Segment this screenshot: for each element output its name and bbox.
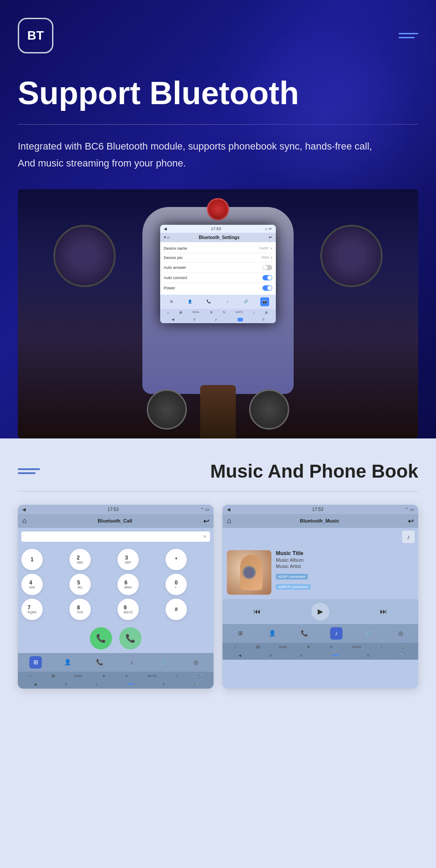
bluetooth-music-card: ◀ 17:53 ⌃ ▭ ⌂ Bluetooth_Music ↩ ♪ Music … bbox=[222, 505, 418, 689]
call-footer-grid[interactable]: ⊞ bbox=[29, 656, 42, 669]
section-menu-icon bbox=[18, 468, 40, 474]
hero-title: Support Bluetooth bbox=[18, 76, 418, 111]
music-screen-title: Bluetooth_Music bbox=[300, 518, 339, 523]
auto-connect-toggle[interactable] bbox=[262, 275, 272, 280]
footer-grid-icon[interactable]: ⊞ bbox=[167, 297, 176, 306]
header: BT bbox=[18, 18, 418, 53]
a2dp-badge: A2DP connected bbox=[276, 574, 308, 580]
dial-4[interactable]: 4GHI bbox=[21, 574, 43, 595]
music-title: Music Title bbox=[276, 550, 414, 556]
dial-star[interactable]: * bbox=[166, 549, 187, 570]
footer-camera-icon[interactable]: 📷 bbox=[260, 297, 269, 306]
music-nav: ⌂ Bluetooth_Music ↩ bbox=[222, 514, 418, 528]
album-art bbox=[227, 550, 271, 595]
hamburger-menu[interactable] bbox=[399, 33, 418, 38]
dial-8[interactable]: 8TUV bbox=[69, 599, 91, 620]
music-prev[interactable]: ⏮ bbox=[249, 604, 265, 620]
call-statusbar: ◀ 17:53 ⌃ ▭ bbox=[18, 505, 214, 514]
music-back-arrow[interactable]: ◀ bbox=[227, 507, 230, 512]
dial-9[interactable]: 9WXYZ bbox=[117, 599, 139, 620]
music-status-icons: ⌃ ▭ bbox=[405, 507, 414, 512]
recall-button[interactable]: 📞 bbox=[119, 627, 141, 649]
call-footer-person[interactable]: 👤 bbox=[61, 656, 74, 669]
music-home-icon[interactable]: ⌂ bbox=[227, 517, 231, 525]
music-footer-music[interactable]: ♪ bbox=[330, 627, 343, 640]
section-title: Music And Phone Book bbox=[210, 461, 418, 482]
phones-row: ◀ 17:53 ⌃ ▭ ⌂ Bluetooth_Call ↩ ✕ 1 2ABC … bbox=[18, 505, 418, 689]
footer-music-icon[interactable]: ♪ bbox=[223, 297, 232, 306]
footer-link-icon[interactable]: 🔗 bbox=[242, 297, 250, 306]
dial-grid: 1 2ABC 3DEF * 4GHI 5JKL 6MNO 0+ 7PQRS 8T… bbox=[18, 545, 214, 624]
section-header: Music And Phone Book bbox=[18, 461, 418, 482]
footer-phone-icon[interactable]: 📞 bbox=[204, 297, 213, 306]
music-phone-footer: ⊞ 👤 📞 ♪ 🔗 ◎ bbox=[222, 624, 418, 643]
call-screen-title: Bluetooth_Call bbox=[98, 518, 133, 523]
music-statusbar: ◀ 17:53 ⌃ ▭ bbox=[222, 505, 418, 514]
dial-5[interactable]: 5JKL bbox=[69, 574, 91, 595]
call-phone-controls: ⌂⏻DUAL❄↻AUTO↕🔊 bbox=[18, 672, 214, 680]
auto-answer-row: Auto answer bbox=[164, 263, 272, 273]
bottom-section: Music And Phone Book ◀ 17:53 ⌃ ▭ ⌂ Bluet… bbox=[0, 438, 436, 868]
music-album: Music Album bbox=[276, 557, 414, 563]
call-phone-footer: ⊞ 👤 📞 ♪ 🔗 ◎ bbox=[18, 653, 214, 672]
car-background: ◀ 17:53 ⌂ ↩ ≡ ⌂ Bluetooth_Settings ↩ Dev… bbox=[18, 189, 418, 438]
car-center-screen: ◀ 17:53 ⌂ ↩ ≡ ⌂ Bluetooth_Settings ↩ Dev… bbox=[160, 225, 276, 323]
hero-description: Integrated with BC6 Bluetooth module, su… bbox=[18, 138, 418, 171]
section-divider bbox=[18, 491, 418, 491]
call-back-nav[interactable]: ↩ bbox=[203, 517, 209, 525]
dial-search-bar[interactable]: ✕ bbox=[21, 531, 210, 542]
dial-3[interactable]: 3DEF bbox=[117, 549, 139, 570]
music-controls: ⏮ ▶ ⏭ bbox=[222, 599, 418, 624]
call-time: 17:53 bbox=[108, 507, 119, 512]
music-play[interactable]: ▶ bbox=[311, 603, 329, 621]
dial-0[interactable]: 0+ bbox=[166, 574, 187, 595]
hero-section: BT Support Bluetooth Integrated with BC6… bbox=[0, 0, 436, 438]
dial-search-clear[interactable]: ✕ bbox=[203, 534, 206, 539]
avrcp-badge: AVRCP connected bbox=[276, 584, 311, 590]
power-toggle[interactable] bbox=[262, 285, 272, 291]
bt-logo: BT bbox=[18, 18, 53, 53]
dial-2[interactable]: 2ABC bbox=[69, 549, 91, 570]
music-next[interactable]: ⏭ bbox=[375, 604, 392, 620]
dial-hash[interactable]: # bbox=[166, 599, 187, 620]
call-footer-music[interactable]: ♪ bbox=[125, 656, 138, 669]
call-footer-phone[interactable]: 📞 bbox=[93, 656, 106, 669]
call-footer-camera[interactable]: ◎ bbox=[190, 656, 202, 669]
call-button[interactable]: 📞 bbox=[90, 627, 112, 649]
bluetooth-call-card: ◀ 17:53 ⌃ ▭ ⌂ Bluetooth_Call ↩ ✕ 1 2ABC … bbox=[18, 505, 214, 689]
music-phone-controls: ⌂⏻DUAL❄↻AUTO↕🔊 bbox=[222, 643, 418, 651]
music-note-button[interactable]: ♪ bbox=[402, 531, 415, 543]
car-dashboard: ◀ 17:53 ⌂ ↩ ≡ ⌂ Bluetooth_Settings ↩ Dev… bbox=[18, 189, 418, 438]
call-back-arrow[interactable]: ◀ bbox=[22, 507, 26, 512]
dial-actions: 📞 📞 bbox=[18, 624, 214, 653]
hero-divider bbox=[18, 124, 418, 125]
music-footer-phone[interactable]: 📞 bbox=[298, 627, 311, 640]
call-phone-controls2: ◀0↙0🔊 bbox=[18, 680, 214, 689]
music-text: Music Title Music Album Music Artist A2D… bbox=[276, 550, 414, 595]
music-footer-link[interactable]: 🔗 bbox=[362, 627, 375, 640]
music-time: 17:53 bbox=[312, 507, 323, 512]
auto-answer-toggle[interactable] bbox=[262, 265, 272, 270]
footer-person-icon[interactable]: 👤 bbox=[186, 297, 194, 306]
music-info: Music Title Music Album Music Artist A2D… bbox=[222, 546, 418, 599]
music-phone-controls2: ◀0↙0🔊 bbox=[222, 651, 418, 660]
call-footer-link[interactable]: 🔗 bbox=[157, 656, 170, 669]
dial-7[interactable]: 7PQRS bbox=[21, 599, 43, 620]
music-footer-grid[interactable]: ⊞ bbox=[234, 627, 246, 640]
dial-6[interactable]: 6MNO bbox=[117, 574, 139, 595]
call-nav: ⌂ Bluetooth_Call ↩ bbox=[18, 514, 214, 528]
music-artist: Music Artist bbox=[276, 564, 414, 569]
dial-1[interactable]: 1 bbox=[21, 549, 43, 570]
music-footer-camera[interactable]: ◎ bbox=[394, 627, 407, 640]
music-footer-person[interactable]: 👤 bbox=[266, 627, 279, 640]
call-home-icon[interactable]: ⌂ bbox=[22, 517, 27, 525]
music-back-nav[interactable]: ↩ bbox=[408, 517, 414, 525]
call-status-icons: ⌃ ▭ bbox=[200, 507, 209, 512]
